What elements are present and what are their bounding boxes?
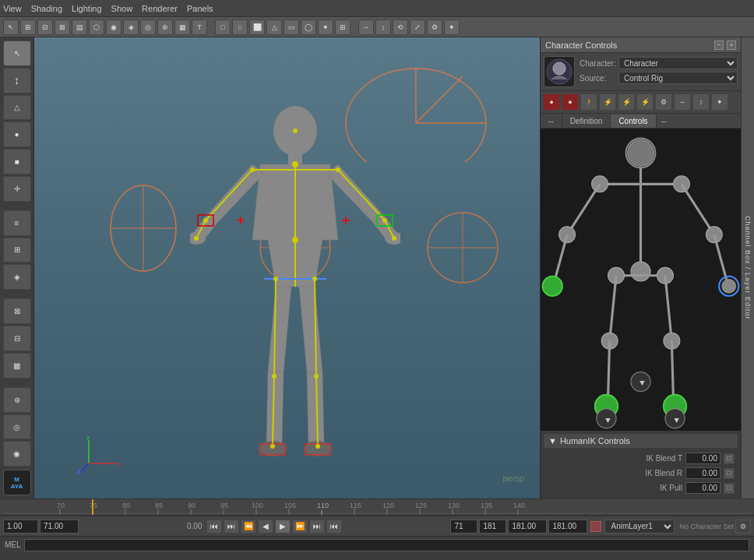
left-tool-layer[interactable]: ≡ [3,210,31,236]
skeleton-view: ▼ ▼ ▼ [541,129,741,431]
tool-torus[interactable]: ◯ [301,19,316,35]
anim-options-btn[interactable]: ⚙ [735,519,751,534]
tool-4[interactable]: ⊠ [55,19,70,35]
tool-12[interactable]: T [192,19,207,35]
svg-line-57 [79,463,89,474]
left-tool-lasso[interactable]: ↕ [3,68,31,93]
menu-shading[interactable]: Shading [31,4,62,13]
left-panel: ↖ ↕ △ ● ■ ✛ ≡ ⊞ ◈ ⊠ ⊟ ▦ ⊛ ◎ ◉ MAYA [0,37,34,498]
step-fwd-btn[interactable]: ⏩ [292,519,308,534]
channel-box-tab[interactable]: Channel Box / Layer Editor [741,37,754,498]
tab-more2[interactable]: -- [657,114,671,128]
anim-layer-select[interactable]: AnimLayer1 [604,519,675,534]
menu-lighting[interactable]: Lighting [72,4,102,13]
tool-9[interactable]: ◎ [140,19,156,35]
tool-cube[interactable]: □ [215,19,231,35]
tool-cyl[interactable]: ⬜ [249,19,265,35]
left-tool-cube[interactable]: ■ [3,149,31,174]
step-back-btn[interactable]: ⏪ [241,519,256,534]
play-back-btn[interactable]: ◀ [258,519,273,534]
menu-view[interactable]: View [3,4,22,13]
ik-blend-t-input[interactable] [685,453,721,464]
left-tool-sphere[interactable]: ● [3,122,31,147]
icon-red1[interactable]: ● [543,93,560,111]
svg-text:80: 80 [122,502,130,509]
tool-plane[interactable]: ▭ [284,19,299,35]
left-tool-grid[interactable]: ⊠ [3,298,31,324]
tool-cam[interactable]: ⊞ [335,19,351,35]
source-select[interactable]: Control Rig [618,72,738,84]
viewport[interactable]: x y z persp [34,37,540,498]
menu-renderer[interactable]: Renderer [142,4,178,13]
tool-light[interactable]: ✦ [318,19,333,35]
tool-r5[interactable]: ⚙ [427,19,442,35]
svg-text:z: z [77,467,81,475]
left-tool-photo[interactable]: ⊛ [3,387,31,413]
menu-show[interactable]: Show [111,4,133,13]
left-tool-layer3[interactable]: ◈ [3,264,31,290]
tool-10[interactable]: ⊛ [157,19,173,35]
left-tool-photo3[interactable]: ◉ [3,441,31,467]
left-tool-grid2[interactable]: ⊟ [3,326,31,351]
char-field-row: Character: Character [580,57,738,69]
left-tool-photo2[interactable]: ◎ [3,414,31,440]
icon-ik6[interactable]: ↕ [692,93,710,111]
tool-3[interactable]: ⊟ [37,19,53,35]
time-ruler[interactable]: 70 75 80 85 90 95 100 105 110 115 120 12… [0,498,754,516]
tool-r1[interactable]: ↔ [358,19,374,35]
prev-key-btn[interactable]: ⏭ [224,519,239,534]
mel-input[interactable] [24,539,749,551]
menu-panels[interactable]: Panels [187,4,213,13]
left-tool-layer2[interactable]: ⊞ [3,238,31,263]
frame-start-input[interactable] [3,519,38,534]
tool-11[interactable]: ▦ [174,19,190,35]
tool-r3[interactable]: ⟲ [393,19,408,35]
left-tool-grid3[interactable]: ▦ [3,353,31,379]
tool-6[interactable]: ⬡ [89,19,104,35]
range-start2[interactable] [508,519,547,534]
icon-ik5[interactable]: ↔ [674,93,691,111]
icon-red2[interactable]: ● [562,93,579,111]
tool-r2[interactable]: ↕ [375,19,391,35]
left-tool-move[interactable]: ✛ [3,176,31,202]
panel-minimize[interactable]: − [714,41,724,50]
char-select[interactable]: Character [618,57,738,69]
tool-8[interactable]: ◈ [123,19,139,35]
tab-controls[interactable]: Controls [611,114,656,128]
left-tool-paint[interactable]: △ [3,95,31,121]
icon-ik2[interactable]: ⚡ [618,93,635,111]
ik-pull-btn[interactable]: □ [724,483,735,494]
tool-sphere[interactable]: ○ [232,19,248,35]
play-fwd-btn[interactable]: ▶ [275,519,291,534]
go-end-btn[interactable]: ⏮ [326,519,342,534]
tool-2[interactable]: ⊞ [20,19,36,35]
tool-r6[interactable]: ✦ [444,19,460,35]
range-end2[interactable] [548,519,587,534]
panel-close[interactable]: × [727,41,736,50]
tab-definition[interactable]: Definition [562,114,611,128]
tool-5[interactable]: ▤ [72,19,87,35]
icon-ik7[interactable]: ✦ [711,93,728,111]
humanik-header[interactable]: ▼ HumanIK Controls [544,434,738,448]
icon-person[interactable]: 🚶 [580,93,597,111]
frame-current-input[interactable] [40,519,79,534]
go-start-btn[interactable]: ⏮ [206,519,222,534]
ik-pull-input[interactable] [685,482,721,494]
ik-blend-r-btn[interactable]: □ [724,468,735,479]
icon-ik4[interactable]: ⚙ [655,93,672,111]
svg-text:85: 85 [155,502,163,509]
tool-cone[interactable]: △ [266,19,282,35]
icon-row: ● ● 🚶 ⚡ ⚡ ⚡ ⚙ ↔ ↕ ✦ [541,91,741,114]
ik-blend-t-btn[interactable]: □ [724,453,735,464]
icon-ik1[interactable]: ⚡ [599,93,616,111]
tab-more1[interactable]: -- [541,114,562,128]
tool-r4[interactable]: ⤢ [410,19,425,35]
frame-input[interactable] [450,519,477,534]
left-tool-select[interactable]: ↖ [3,41,31,66]
select-tool[interactable]: ↖ [3,19,19,35]
icon-ik3[interactable]: ⚡ [636,93,654,111]
range-end-input[interactable] [479,519,506,534]
tool-7[interactable]: ◉ [106,19,122,35]
next-key-btn[interactable]: ⏭ [309,519,325,534]
ik-blend-r-input[interactable] [685,467,721,479]
